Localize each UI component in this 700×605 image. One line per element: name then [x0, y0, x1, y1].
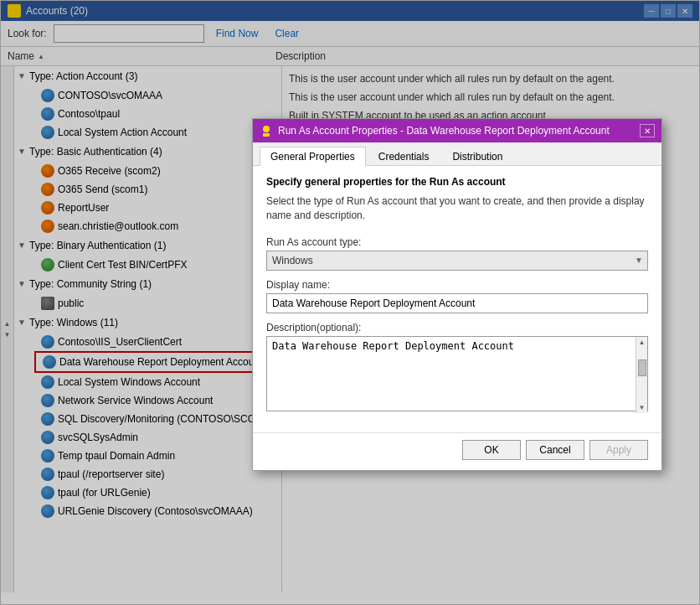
svg-rect-1 — [263, 133, 270, 137]
group-action-account[interactable]: ▼ Type: Action Account (3) — [14, 66, 281, 86]
tab-general-properties[interactable]: General Properties — [260, 147, 366, 166]
account-type-row: Run As account type: ▼ — [266, 236, 648, 271]
group-windows[interactable]: ▼ Type: Windows (11) — [14, 313, 281, 333]
windows-children: Contoso\IIS_UserClientCert Data Warehous… — [14, 333, 281, 520]
collapse-arrow-icon: ▼ — [18, 277, 28, 292]
display-name-input[interactable] — [266, 293, 648, 313]
group-community-string[interactable]: ▼ Type: Community String (1) — [14, 274, 281, 294]
basic-auth-children: O365 Receive (scom2) O365 Send (scom1) R… — [14, 162, 281, 235]
description-column-header: Description — [275, 50, 692, 62]
modal-title-text: Run As Account Properties - Data Warehou… — [278, 125, 610, 137]
close-button[interactable]: ✕ — [677, 4, 692, 18]
search-input[interactable] — [54, 24, 204, 43]
windows-icon — [41, 335, 54, 349]
modal-title-icon — [260, 124, 273, 137]
windows-icon — [41, 412, 54, 426]
left-scroll-bar: ▲ ▼ — [1, 66, 14, 592]
collapse-arrow-icon: ▼ — [18, 144, 28, 159]
windows-icon — [41, 486, 54, 499]
clear-button[interactable]: Clear — [270, 26, 304, 41]
basic-icon — [41, 183, 54, 196]
svg-point-0 — [263, 126, 270, 132]
collapse-arrow-icon: ▼ — [18, 238, 28, 253]
selected-data-warehouse-item[interactable]: Data Warehouse Report Deployment Account — [34, 351, 281, 373]
community-string-children: public — [14, 294, 281, 313]
title-bar-buttons: ─ □ ✕ — [644, 4, 692, 18]
dropdown-arrow-icon: ▼ — [635, 256, 643, 265]
run-as-properties-dialog: Run As Account Properties - Data Warehou… — [252, 118, 662, 471]
sort-arrow-icon: ▲ — [38, 53, 44, 60]
list-item[interactable]: Contoso\IIS_UserClientCert — [34, 333, 281, 351]
windows-icon — [41, 468, 54, 481]
find-now-button[interactable]: Find Now — [211, 26, 264, 41]
modal-section-description: Select the type of Run As account that y… — [266, 194, 648, 223]
apply-button[interactable]: Apply — [589, 440, 648, 460]
description-row: Description(optional): Data Warehouse Re… — [266, 322, 648, 414]
main-window: Accounts (20) ─ □ ✕ Look for: Find Now C… — [0, 0, 700, 605]
list-item[interactable]: O365 Receive (scom2) — [34, 162, 281, 180]
maximize-button[interactable]: □ — [661, 4, 676, 18]
description-textarea[interactable]: Data Warehouse Report Deployment Account — [266, 336, 648, 411]
modal-content: Specify general properties for the Run A… — [253, 166, 661, 432]
name-column-header[interactable]: Name ▲ — [8, 50, 275, 62]
action-account-children: CONTOSO\svcOMAAA Contoso\tpaul Local Sys… — [14, 86, 281, 142]
list-item[interactable]: sean.christie@outlook.com — [34, 217, 281, 235]
list-item[interactable]: Local System Action Account — [34, 123, 281, 142]
tab-distribution[interactable]: Distribution — [441, 147, 513, 166]
tabs-bar: General Properties Credentials Distribut… — [253, 142, 661, 166]
list-item[interactable]: ReportUser — [34, 199, 281, 217]
list-item[interactable]: public — [34, 294, 281, 313]
windows-icon — [41, 431, 54, 444]
scroll-down-icon[interactable]: ▼ — [4, 331, 11, 339]
modal-section-title: Specify general properties for the Run A… — [266, 176, 648, 188]
textarea-scroll-down-icon[interactable]: ▼ — [637, 402, 647, 413]
title-bar-left: Accounts (20) — [8, 4, 88, 18]
list-item[interactable]: CONTOSO\svcOMAAA — [34, 86, 281, 105]
list-item[interactable]: Contoso\tpaul — [34, 105, 281, 123]
windows-icon — [41, 89, 54, 102]
cancel-button[interactable]: Cancel — [526, 440, 584, 460]
basic-icon — [41, 164, 54, 178]
window-title: Accounts (20) — [26, 5, 88, 17]
binary-auth-children: Client Cert Test BIN/CertPFX — [14, 256, 281, 274]
modal-close-button[interactable]: ✕ — [640, 124, 655, 137]
list-item[interactable]: Client Cert Test BIN/CertPFX — [34, 256, 281, 274]
display-name-row: Display name: — [266, 279, 648, 313]
windows-icon — [41, 375, 54, 389]
list-item[interactable]: tpaul (/reportserver site) — [34, 465, 281, 483]
scroll-up-icon[interactable]: ▲ — [4, 320, 11, 328]
scroll-thumb — [638, 359, 646, 376]
list-item[interactable]: URLGenie Discovery (Contoso\svcOMAAA) — [34, 502, 281, 520]
ok-button[interactable]: OK — [462, 440, 521, 460]
tree-panel: ▼ Type: Action Account (3) CONTOSO\svcOM… — [14, 66, 282, 592]
description-item: This is the user account under which all… — [289, 70, 692, 88]
list-item[interactable]: Local System Windows Account — [34, 373, 281, 391]
list-item[interactable]: O365 Send (scom1) — [34, 180, 281, 199]
minimize-button[interactable]: ─ — [644, 4, 659, 18]
list-item[interactable]: SQL Discovery/Monitoring (CONTOSO\SCOMS.… — [34, 410, 281, 428]
window-icon — [8, 4, 21, 18]
modal-title-left: Run As Account Properties - Data Warehou… — [260, 124, 610, 137]
textarea-scrollbar: ▲ ▼ — [636, 337, 647, 413]
windows-icon — [41, 126, 54, 139]
display-name-label: Display name: — [266, 279, 648, 291]
list-item[interactable]: Temp tpaul Domain Admin — [34, 447, 281, 465]
textarea-scroll-up-icon[interactable]: ▲ — [637, 337, 647, 348]
modal-title-bar: Run As Account Properties - Data Warehou… — [253, 119, 661, 142]
basic-icon — [41, 201, 54, 215]
title-bar: Accounts (20) ─ □ ✕ — [1, 1, 699, 21]
collapse-arrow-icon: ▼ — [18, 69, 28, 84]
modal-footer: OK Cancel Apply — [253, 432, 661, 470]
windows-icon — [41, 107, 54, 121]
list-item[interactable]: tpaul (for URLGenie) — [34, 483, 281, 502]
tab-credentials[interactable]: Credentials — [368, 147, 440, 166]
group-basic-auth[interactable]: ▼ Type: Basic Authentication (4) — [14, 142, 281, 162]
account-type-label: Run As account type: — [266, 236, 648, 248]
description-item: This is the user account under which all… — [289, 88, 692, 106]
list-item[interactable]: svcSQLSysAdmin — [34, 428, 281, 447]
group-binary-auth[interactable]: ▼ Type: Binary Authentication (1) — [14, 235, 281, 256]
list-item[interactable]: Network Service Windows Account — [34, 391, 281, 410]
description-textarea-wrapper: Data Warehouse Report Deployment Account… — [266, 336, 648, 414]
account-type-input — [266, 251, 648, 271]
look-for-label: Look for: — [8, 28, 47, 39]
